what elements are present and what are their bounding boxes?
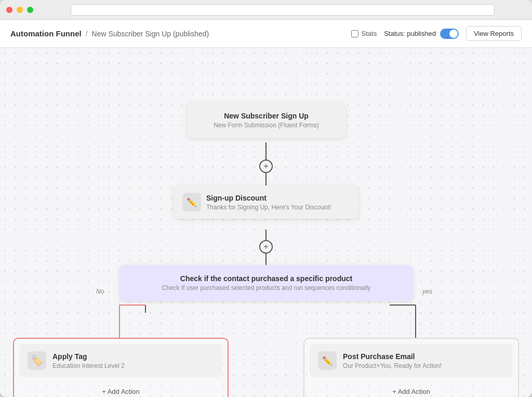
post-purchase-branch: ✏️ Post Purchase Email Our Product+You, …	[303, 338, 519, 397]
tag-icon: 🏷️	[31, 355, 43, 366]
branch-label-no: No	[96, 288, 104, 295]
branch-left-container: 🏷️ Apply Tag Education Interest Level 2 …	[13, 338, 229, 397]
url-bar[interactable]	[71, 4, 495, 16]
stats-checkbox-input[interactable]	[351, 30, 358, 37]
trigger-node[interactable]: New Subscriber Sign Up New Form Submissi…	[187, 102, 345, 138]
email-node[interactable]: ✏️ Sign-up Discount Thanks for Signing U…	[174, 186, 358, 219]
branch-label-yes: yes	[422, 288, 432, 295]
post-purchase-icon: ✏️	[318, 351, 337, 370]
email-node-icon: ✏️	[182, 193, 201, 211]
add-action-left-button[interactable]: + Add Action	[19, 381, 222, 397]
apply-tag-subtitle: Education Interest Level 2	[52, 362, 125, 369]
status-label: Status: published	[384, 30, 436, 37]
post-purchase-subtitle: Our Product+You, Ready for Action!	[343, 362, 442, 369]
status-badge: Status: published	[384, 29, 459, 39]
conditional-node-title: Check if the contact purchased a specifi…	[132, 274, 401, 283]
email-node-content: ✏️ Sign-up Discount Thanks for Signing U…	[174, 186, 358, 219]
trigger-node-title: New Subscriber Sign Up	[197, 112, 335, 120]
email-node-subtitle: Thanks for Signing Up, Here's Your Disco…	[206, 204, 331, 211]
trigger-node-subtitle: New Form Submission (Fluent Forms)	[197, 122, 335, 129]
breadcrumb-secondary: New Subscriber Sign Up (published)	[92, 30, 209, 38]
branch-right-container: ✏️ Post Purchase Email Our Product+You, …	[303, 338, 519, 397]
apply-tag-text: Apply Tag Education Interest Level 2	[52, 352, 125, 369]
post-purchase-node[interactable]: ✏️ Post Purchase Email Our Product+You, …	[310, 344, 513, 377]
status-toggle[interactable]	[440, 29, 459, 39]
stats-checkbox[interactable]: Stats	[351, 30, 377, 37]
email-node-text: Sign-up Discount Thanks for Signing Up, …	[206, 194, 331, 211]
app-header: Automation Funnel / New Subscriber Sign …	[0, 20, 532, 48]
edit-icon: ✏️	[187, 197, 197, 207]
email-icon: ✏️	[322, 356, 332, 366]
breadcrumb-primary[interactable]: Automation Funnel	[10, 29, 82, 38]
breadcrumb-separator: /	[86, 30, 88, 38]
apply-tag-title: Apply Tag	[52, 352, 125, 361]
conditional-node[interactable]: Check if the contact purchased a specifi…	[119, 265, 413, 301]
apply-tag-node[interactable]: 🏷️ Apply Tag Education Interest Level 2	[19, 344, 222, 377]
app-window: Automation Funnel / New Subscriber Sign …	[0, 0, 532, 397]
add-node-button-1[interactable]: +	[259, 160, 273, 173]
minimize-button[interactable]	[17, 7, 23, 13]
apply-tag-branch: 🏷️ Apply Tag Education Interest Level 2 …	[13, 338, 229, 397]
add-node-button-2[interactable]: +	[259, 240, 273, 254]
post-purchase-title: Post Purchase Email	[343, 352, 442, 361]
view-reports-button[interactable]: View Reports	[466, 26, 522, 41]
post-purchase-text: Post Purchase Email Our Product+You, Rea…	[343, 352, 442, 369]
stats-label: Stats	[362, 30, 377, 37]
close-button[interactable]	[6, 7, 12, 13]
conditional-node-subtitle: Check If user purchased selected product…	[132, 284, 401, 292]
email-node-title: Sign-up Discount	[206, 194, 331, 202]
breadcrumb: Automation Funnel / New Subscriber Sign …	[10, 29, 351, 38]
flow-canvas: New Subscriber Sign Up New Form Submissi…	[0, 48, 532, 397]
header-actions: Stats Status: published View Reports	[351, 26, 522, 41]
add-action-right-button[interactable]: + Add Action	[310, 381, 513, 397]
apply-tag-icon: 🏷️	[28, 351, 46, 370]
fullscreen-button[interactable]	[27, 7, 33, 13]
traffic-lights	[6, 7, 33, 13]
titlebar	[0, 0, 532, 20]
